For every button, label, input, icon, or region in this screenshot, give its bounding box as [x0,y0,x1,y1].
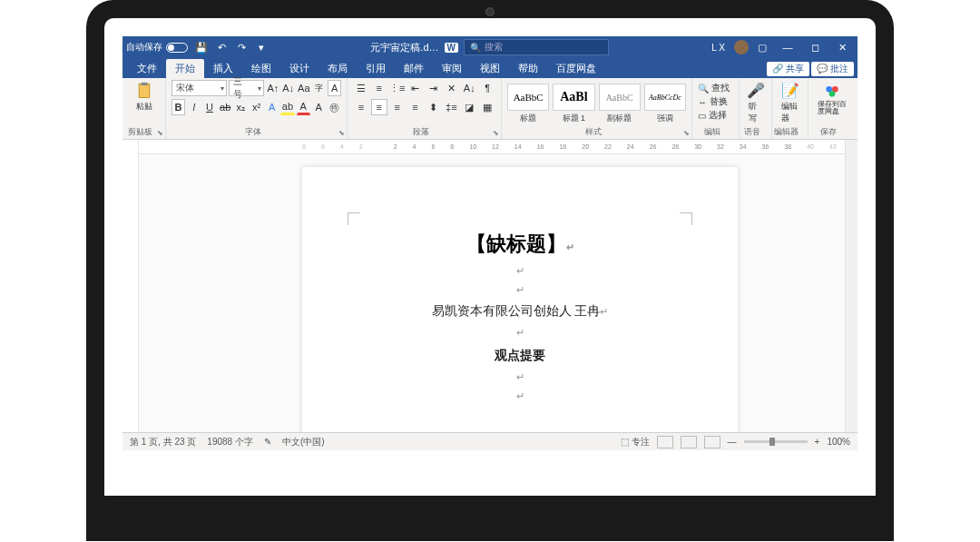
asian-layout-icon[interactable]: ✕ [443,80,459,96]
tab-file[interactable]: 文件 [128,59,166,78]
redo-icon[interactable]: ↷ [235,41,248,54]
style-heading[interactable]: AaBbC标题 [507,84,549,124]
font-name-combo[interactable]: 宋体 [172,80,227,96]
view-read-icon[interactable] [657,436,673,448]
document-page[interactable]: 【缺标题】↵ ↵ ↵ 易凯资本有限公司创始人 王冉↵ ↵ 观点提要 ↵ ↵ [302,167,738,432]
tab-home[interactable]: 开始 [166,59,204,78]
view-print-icon[interactable] [681,436,697,448]
tab-baidu[interactable]: 百度网盘 [547,59,605,78]
document-title: 元宇宙定稿.d… [370,41,438,54]
group-editing: 🔍查找 ↔替换 ▭选择 编辑 [692,78,740,139]
maximize-icon[interactable]: ◻ [803,41,827,54]
dictate-button[interactable]: 🎤 听写 [745,80,766,126]
increase-indent-icon[interactable]: ⇥ [426,80,442,96]
focus-mode-button[interactable]: ⬚ 专注 [621,436,650,448]
style-emphasis[interactable]: AaBbCcDc强调 [644,84,686,124]
find-button[interactable]: 🔍查找 [698,82,733,94]
tab-references[interactable]: 引用 [357,59,395,78]
grow-font-icon[interactable]: A↑ [266,80,279,96]
char-shading-icon[interactable]: A [312,99,326,115]
status-page[interactable]: 第 1 页, 共 23 页 [130,436,196,448]
minimize-icon[interactable]: — [776,41,799,54]
paragraph-launcher-icon[interactable]: ⬊ [493,129,499,137]
tab-help[interactable]: 帮助 [509,59,547,78]
close-icon[interactable]: ✕ [830,41,854,54]
font-size-combo[interactable]: 三号 [229,80,264,96]
sort-icon[interactable]: A↓ [461,80,477,96]
para-mark: ↵ [357,284,683,296]
zoom-level[interactable]: 100% [827,437,850,447]
doc-section-heading[interactable]: 观点提要 [357,348,683,364]
vertical-scrollbar[interactable] [845,140,858,432]
group-font: 宋体 三号 A↑ A↓ Aa 字 A B I U ab x₂ x² [166,78,348,139]
group-editor: 📝 编辑器 编辑器 [772,78,808,139]
zoom-out-icon[interactable]: — [728,437,737,447]
shrink-font-icon[interactable]: A↓ [281,80,295,96]
justify-icon[interactable]: ≡ [407,99,424,115]
tab-view[interactable]: 视图 [471,59,509,78]
share-button[interactable]: 🔗 共享 [767,62,809,76]
phonetic-guide-icon[interactable]: 字 [313,80,327,96]
select-button[interactable]: ▭选择 [698,109,733,122]
enclose-char-icon[interactable]: ㊕ [328,99,341,115]
align-center-icon[interactable]: ≡ [371,99,387,115]
italic-icon[interactable]: I [187,99,201,115]
autosave-toggle[interactable]: 自动保存 [126,41,188,54]
shading-icon[interactable]: ◪ [461,99,477,115]
bold-icon[interactable]: B [172,99,185,115]
status-word-count[interactable]: 19088 个字 [207,436,253,448]
show-marks-icon[interactable]: ¶ [479,80,495,96]
quick-access-toolbar: 💾 ↶ ↷ ▾ [195,41,268,54]
tab-layout[interactable]: 布局 [318,59,357,78]
paste-button[interactable]: 粘贴 [128,80,160,114]
search-box[interactable]: 🔍 搜索 [464,39,609,55]
save-icon[interactable]: 💾 [195,41,208,54]
font-launcher-icon[interactable]: ⬊ [338,129,345,137]
select-icon: ▭ [698,111,706,121]
multilevel-icon[interactable]: ⋮≡ [389,80,406,96]
undo-icon[interactable]: ↶ [215,41,228,54]
user-avatar[interactable] [734,40,749,54]
doc-title[interactable]: 【缺标题】↵ [357,231,683,258]
clipboard-launcher-icon[interactable]: ⬊ [157,129,163,137]
style-heading1[interactable]: AaBl标题 1 [553,84,594,124]
distribute-icon[interactable]: ⬍ [426,99,442,115]
change-case-icon[interactable]: Aa [297,80,310,96]
tab-mailings[interactable]: 邮件 [395,59,433,78]
text-effects-icon[interactable]: A [265,99,279,115]
zoom-in-icon[interactable]: + [815,437,820,447]
horizontal-ruler[interactable]: 8642246810121416182022242628303234363840… [139,140,845,154]
line-spacing-icon[interactable]: ‡≡ [443,99,459,115]
status-language[interactable]: 中文(中国) [282,436,325,448]
editor-button[interactable]: 📝 编辑器 [778,80,802,126]
ribbon-display-icon[interactable]: ▢ [758,42,767,54]
status-spellcheck-icon[interactable]: ✎ [264,437,271,447]
qat-more-icon[interactable]: ▾ [255,41,268,54]
save-baidu-button[interactable]: 保存到百度网盘 [814,80,850,117]
styles-launcher-icon[interactable]: ⬊ [683,129,690,137]
view-web-icon[interactable] [704,436,720,448]
strikethrough-icon[interactable]: ab [219,99,232,115]
doc-author-line[interactable]: 易凯资本有限公司创始人 王冉↵ [357,303,683,320]
replace-button[interactable]: ↔替换 [698,95,733,108]
tab-review[interactable]: 审阅 [433,59,471,78]
margin-corner-tr [680,212,692,225]
underline-icon[interactable]: U [202,99,216,115]
comments-button[interactable]: 💬 批注 [811,62,854,76]
vertical-ruler[interactable] [122,140,139,432]
style-subtitle[interactable]: AaBbC副标题 [599,84,641,124]
borders-icon[interactable]: ▦ [479,99,495,115]
align-left-icon[interactable]: ≡ [353,99,369,115]
highlight-icon[interactable]: ab [280,99,294,115]
zoom-slider[interactable] [744,440,808,443]
tab-design[interactable]: 设计 [280,59,318,78]
char-border-icon[interactable]: A [328,80,341,96]
font-color-icon[interactable]: A [297,99,310,115]
numbering-icon[interactable]: ≡ [371,80,387,96]
superscript-icon[interactable]: x² [250,99,263,115]
para-mark: ↵ [357,390,683,402]
bullets-icon[interactable]: ☰ [353,80,369,96]
subscript-icon[interactable]: x₂ [234,99,248,115]
decrease-indent-icon[interactable]: ⇤ [407,80,424,96]
align-right-icon[interactable]: ≡ [389,99,406,115]
